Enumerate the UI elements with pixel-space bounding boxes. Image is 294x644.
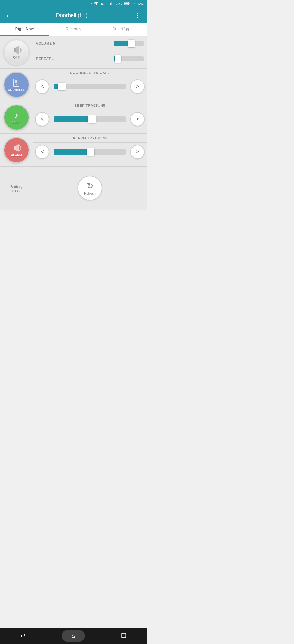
alarm-prev-arrow: < [35, 145, 49, 159]
battery-row: Battery 100% ↻ Refresh [0, 167, 147, 210]
wifi-icon [94, 2, 99, 6]
music-note-icon: ♪ [14, 111, 19, 120]
alarm-controls: ALARM TRACK: 44 < > [33, 134, 147, 166]
status-bar: ✦ 4G+ 100% 10:18 AM [0, 0, 147, 8]
doorbell-device-icon: DOORBELL [4, 72, 29, 98]
svg-rect-14 [14, 146, 16, 150]
beep-controls: BEEP TRACK: 45 < > [33, 101, 147, 133]
repeat-thumb[interactable] [115, 55, 121, 63]
beep-next-arrow: > [130, 112, 145, 126]
alarm-icon-col: ALARM [0, 134, 33, 166]
alarm-track-slider[interactable] [54, 149, 126, 155]
svg-rect-9 [14, 48, 16, 52]
svg-rect-1 [108, 4, 108, 5]
doorbell-next-arrow: > [130, 79, 145, 94]
svg-rect-12 [15, 80, 17, 83]
doorbell-track-label: DOORBELL TRACK: 2 [70, 71, 109, 75]
beep-next-btn[interactable]: > [128, 110, 147, 128]
svg-point-0 [96, 4, 97, 5]
beep-slider-area [52, 116, 128, 122]
menu-button[interactable]: ⋮ [133, 11, 143, 20]
volume-row: VOLUME 5 [33, 36, 147, 51]
alarm-label: ALARM [11, 154, 22, 157]
alarm-track-label-row: ALARM TRACK: 44 [33, 134, 147, 143]
alarm-next-arrow: > [130, 145, 145, 159]
refresh-icon: ↻ [87, 181, 93, 191]
beep-track-thumb[interactable] [88, 115, 96, 123]
doorbell-track-slider[interactable] [54, 84, 126, 89]
off-label: OFF [13, 56, 20, 59]
refresh-label: Refresh [84, 192, 96, 195]
svg-rect-7 [129, 3, 129, 4]
volume-slider[interactable] [114, 41, 144, 46]
network-label: 4G+ [100, 2, 106, 5]
off-device-row: OFF VOLUME 5 REPEAT 1 [0, 36, 147, 69]
volume-label: VOLUME 5 [36, 41, 114, 45]
doorbell-track-thumb[interactable] [58, 83, 66, 90]
alarm-row: ALARM ALARM TRACK: 44 < [0, 134, 147, 167]
volume-thumb[interactable] [128, 40, 135, 47]
alarm-track-thumb[interactable] [87, 148, 94, 156]
repeat-label: REPEAT 1 [36, 57, 114, 61]
doorbell-row: DOORBELL DOORBELL TRACK: 2 < [0, 69, 147, 101]
beep-row: ♪ BEEP BEEP TRACK: 45 < [0, 101, 147, 134]
app-bar: ‹ Doorbell (L1) ⋮ [0, 8, 147, 23]
battery-icon-col: Battery 100% [0, 167, 33, 210]
battery-icon [124, 2, 130, 6]
alarm-track-fill [54, 149, 88, 155]
repeat-row: REPEAT 1 [33, 51, 147, 66]
beep-track-control: < > [33, 110, 147, 128]
doorbell-icon-col: DOORBELL [0, 69, 33, 101]
battery-percent-status: 100% [114, 2, 122, 5]
tab-recently[interactable]: Recently [49, 23, 98, 36]
tab-right-now[interactable]: Right Now [0, 23, 49, 36]
doorbell-label: DOORBELL [8, 88, 25, 91]
time-display: 10:18 AM [131, 2, 144, 5]
alarm-prev-btn[interactable]: < [33, 143, 52, 161]
tab-smart-apps[interactable]: SmartApps [98, 23, 147, 36]
alarm-track-control: < > [33, 143, 147, 161]
svg-marker-15 [16, 144, 19, 152]
beep-icon-col: ♪ BEEP [0, 101, 33, 133]
svg-point-13 [16, 84, 17, 85]
beep-label: BEEP [12, 121, 20, 124]
alarm-slider-area [52, 149, 128, 155]
volume-fill [114, 41, 130, 46]
alarm-device-icon: ALARM [4, 137, 29, 163]
tab-bar: Right Now Recently SmartApps [0, 23, 147, 36]
svg-rect-2 [109, 3, 109, 5]
main-content: OFF VOLUME 5 REPEAT 1 [0, 36, 147, 210]
alarm-next-btn[interactable]: > [128, 143, 147, 161]
doorbell-track-control: < > [33, 77, 147, 96]
svg-rect-4 [111, 2, 112, 5]
off-device-icon: OFF [4, 39, 29, 65]
doorbell-prev-arrow: < [35, 79, 49, 94]
doorbell-prev-btn[interactable]: < [33, 77, 52, 96]
beep-track-label-row: BEEP TRACK: 45 [33, 101, 147, 110]
refresh-button[interactable]: ↻ Refresh [78, 176, 102, 200]
svg-rect-5 [112, 2, 112, 5]
off-icon-col: OFF [0, 36, 33, 68]
beep-prev-arrow: < [35, 112, 49, 126]
svg-marker-10 [16, 46, 19, 54]
refresh-area: ↻ Refresh [33, 167, 147, 210]
alarm-track-label: ALARM TRACK: 44 [73, 136, 107, 140]
battery-label: Battery [10, 185, 22, 189]
battery-percent: 100% [11, 189, 21, 193]
beep-track-fill [54, 116, 90, 122]
repeat-slider[interactable] [114, 56, 144, 61]
beep-prev-btn[interactable]: < [33, 110, 52, 128]
doorbell-track-label-row: DOORBELL TRACK: 2 [33, 69, 147, 77]
beep-device-icon: ♪ BEEP [4, 105, 29, 130]
beep-track-slider[interactable] [54, 116, 126, 122]
beep-track-label: BEEP TRACK: 45 [74, 103, 105, 108]
back-button[interactable]: ‹ [4, 11, 11, 20]
battery-controls: ↻ Refresh [33, 167, 147, 210]
doorbell-controls: DOORBELL TRACK: 2 < > [33, 69, 147, 101]
svg-rect-8 [124, 3, 128, 5]
doorbell-next-btn[interactable]: > [128, 77, 147, 96]
svg-rect-3 [110, 3, 111, 5]
page-title: Doorbell (L1) [56, 12, 88, 19]
doorbell-slider-area [52, 84, 128, 89]
bluetooth-icon: ✦ [90, 2, 93, 6]
